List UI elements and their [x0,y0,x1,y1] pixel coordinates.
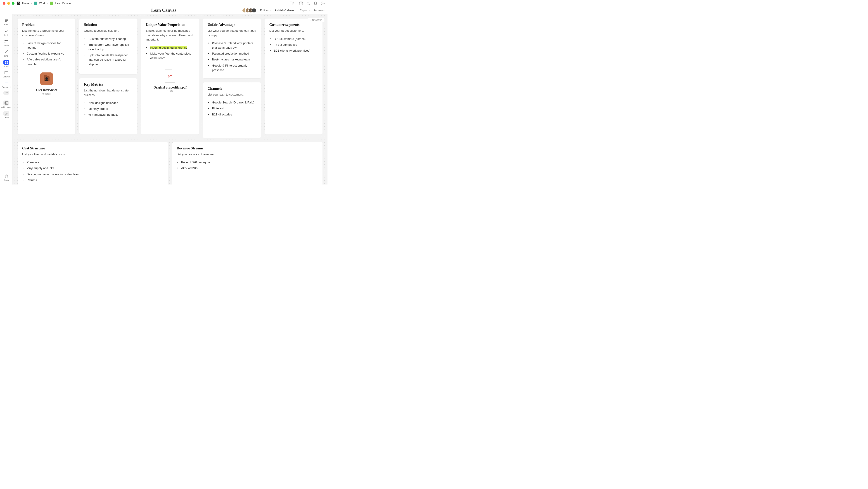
export-dropdown[interactable]: Export⌄ [300,9,310,12]
card-problem[interactable]: Problem List the top 1-3 problems of you… [18,19,75,135]
settings-icon[interactable] [321,1,325,5]
list-item: Lack of design choices for flooring [25,41,71,50]
comment-icon [3,81,9,86]
link-icon [3,29,9,33]
embedded-board-meta: 0 cards [42,92,51,95]
sidebar-item-board[interactable]: Board [1,59,11,68]
avatar[interactable] [251,8,256,13]
list-item: Design, marketing, operations, dev team [25,172,163,177]
card-solution[interactable]: Solution Outline a possible solution. Cu… [80,19,137,74]
svg-rect-17 [6,61,8,62]
page-title[interactable]: Lean Canvas [151,8,177,13]
sidebar-item-add-image[interactable]: Add image [1,99,11,109]
svg-rect-18 [5,62,6,64]
device-count[interactable]: 21 [290,2,296,5]
sidebar-item-note[interactable]: Note [1,17,11,27]
card-title: Channels [208,86,256,91]
notifications-icon[interactable] [313,1,317,5]
sidebar-item-label: Line [4,55,8,57]
breadcrumb-work[interactable]: Work [39,2,45,5]
list-item: Split into panels like wallpaper that ca… [87,53,132,66]
svg-rect-19 [6,62,8,64]
card-title: Problem [22,23,71,27]
help-icon[interactable]: ? [299,1,303,5]
card-cost-structure[interactable]: Cost Structure List your fixed and varia… [18,142,168,184]
search-icon[interactable] [306,1,310,5]
svg-point-26 [6,93,6,93]
publish-share-dropdown[interactable]: Publish & share⌄ [275,9,296,12]
list-item: Price of $90 per sq. m [180,160,318,165]
list-item: AOV of $945 [180,166,318,170]
sidebar-item-label: Note [4,24,8,26]
chevron-down-icon: ⌄ [269,9,271,11]
list-item: Affordable solutions aren't durable [25,57,71,66]
breadcrumb-home[interactable]: Home [22,2,29,5]
titlebar: Home / Work / Lean Canvas 21 ? [0,0,328,7]
sidebar-item-label: Trash [4,179,9,181]
sidebar-item-draw[interactable]: Draw [1,110,11,119]
todo-icon [3,39,9,44]
board-icon [3,60,9,65]
board-canvas[interactable]: 0 Unsorted Problem List the top 1-3 prob… [13,14,328,184]
svg-point-3 [291,4,291,5]
minimize-window-icon[interactable] [7,2,10,5]
doc-header: Lean Canvas Editors⌄ Publish & share⌄ Ex… [0,7,328,14]
trash-icon [3,174,9,179]
breadcrumb-lean-canvas[interactable]: Lean Canvas [55,2,71,5]
left-sidebar: Note Link To-do Line Board Column Commen… [0,14,13,184]
card-customer-segments[interactable]: Customer segments List your target custo… [265,19,322,135]
sidebar-item-more[interactable] [1,90,11,95]
close-window-icon[interactable] [3,2,5,5]
draw-icon [3,111,9,116]
list-item: Monthly orders [87,107,132,111]
maximize-window-icon[interactable] [12,2,14,5]
card-unfair-advantage[interactable]: Unfair Advantage List what you do that o… [203,19,261,78]
card-list: Price of $90 per sq. m AOV of $945 [177,160,318,170]
list-item: Premises [25,160,163,165]
card-revenue-streams[interactable]: Revenue Streams List your sources of rev… [172,142,322,184]
work-icon[interactable] [34,2,37,5]
sidebar-item-todo[interactable]: To-do [1,38,11,48]
lean-canvas-icon[interactable] [50,2,53,5]
svg-rect-20 [5,71,8,74]
editors-dropdown[interactable]: Editors⌄ [260,9,271,12]
card-title: Unique Value Proposition [146,23,194,27]
card-list: Custom-printed vinyl flooring Transparen… [84,37,132,67]
unsorted-label: Unsorted [312,19,322,21]
list-item: % manufacturing faults [87,113,132,117]
card-channels[interactable]: Channels List your path to customers. Go… [203,82,261,138]
sidebar-item-link[interactable]: Link [1,28,11,37]
attachment-size: 1 KB [167,90,173,93]
sidebar-item-label: To-do [4,45,9,47]
folder-icon [40,73,53,85]
zoom-out-button[interactable]: Zoom out [314,9,325,12]
list-item: New designs uploaded [87,101,132,105]
sidebar-item-trash[interactable]: Trash [1,173,11,182]
list-item: Best-in-class marketing team [211,57,256,62]
home-icon[interactable] [17,2,20,5]
embedded-board[interactable]: User interviews 0 cards [22,73,71,95]
svg-point-27 [7,93,8,93]
sidebar-item-line[interactable]: Line [1,49,11,58]
card-description: List your sources of revenue. [177,152,318,157]
card-title: Key Metrics [84,82,132,86]
collaborator-avatars[interactable] [242,8,256,13]
attachment-name: Original proposition.pdf [154,86,187,89]
card-key-metrics[interactable]: Key Metrics List the numbers that demons… [80,78,137,134]
svg-line-7 [309,4,310,5]
more-icon [3,91,9,95]
card-uvp[interactable]: Unique Value Proposition Single, clear, … [141,19,199,135]
sidebar-item-comment[interactable]: Comment [1,80,11,89]
card-list: Google Search (Organic & Paid) Pinterest… [208,100,256,117]
list-item: Custom-printed vinyl flooring [87,37,132,41]
note-icon [3,18,9,23]
list-item: Vinyl supply and inks [25,166,163,170]
file-attachment[interactable]: pdf Original proposition.pdf 1 KB [146,69,194,93]
list-item: Fit out companies [273,42,318,47]
sidebar-item-label: Comment [2,86,11,88]
unsorted-pill[interactable]: 0 Unsorted [308,18,324,22]
sidebar-item-column[interactable]: Column [1,69,11,79]
titlebar-right: 21 ? [290,1,325,5]
list-item: B2B clients (work premises) [273,49,318,53]
svg-text:?: ? [300,2,302,5]
